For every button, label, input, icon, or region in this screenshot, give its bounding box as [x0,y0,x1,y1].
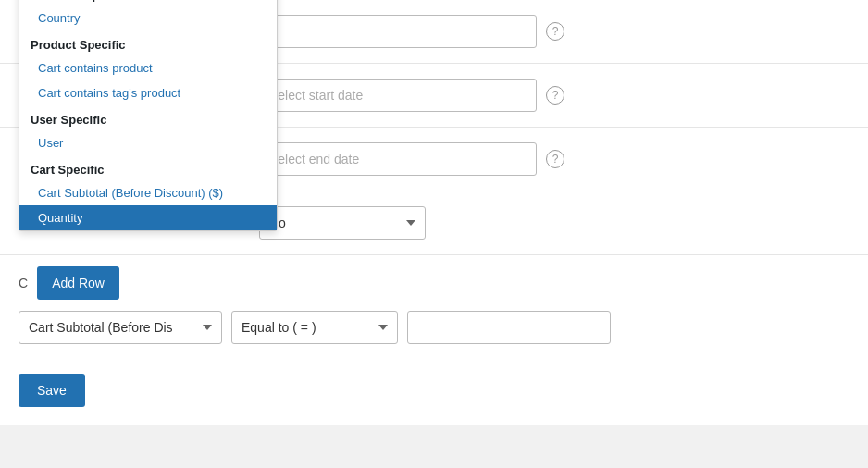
dropdown-item-cart-contains-product[interactable]: Cart contains product [19,55,277,80]
condition-value-input[interactable] [407,311,611,344]
fees-input-wrapper: $ [259,15,537,48]
recurring-control-wrapper: No Yes [259,206,849,240]
fees-control-wrapper: $ ? [259,15,849,48]
dropdown-item-user[interactable]: User [19,130,277,155]
condition-type-dropdown: Location Specific Country Product Specif… [19,0,278,231]
save-area: Save [0,355,868,425]
start-date-help-icon[interactable]: ? [546,86,564,105]
end-date-section: ? Location Specific Country Product Spec… [0,128,868,191]
end-date-control-wrapper: ? [259,142,849,176]
start-date-control-wrapper: ? [259,79,849,112]
fees-help-icon[interactable]: ? [546,22,564,41]
add-row-area: C Add Row [19,266,849,300]
page-wrapper: Fees * $ ? Start Date ? [0,0,868,425]
dropdown-item-quantity[interactable]: Quantity [19,205,277,230]
dropdown-item-cart-subtotal[interactable]: Cart Subtotal (Before Discount) ($) [19,180,277,205]
conditions-prefix-label: C [19,276,28,290]
condition-selects-row: Cart Subtotal (Before Dis Quantity Count… [19,311,849,344]
end-date-input[interactable] [259,142,537,176]
recurring-select[interactable]: No Yes [259,206,426,240]
group-cart-specific: Cart Specific [19,155,277,180]
start-date-input[interactable] [259,79,537,112]
save-button[interactable]: Save [19,374,85,407]
condition-operator-select[interactable]: Equal to ( = ) Not equal to ( != ) Great… [231,311,398,344]
group-product-specific: Product Specific [19,31,277,55]
dropdown-item-cart-contains-tag-product[interactable]: Cart contains tag's product [19,80,277,105]
dropdown-item-country[interactable]: Country [19,6,277,31]
end-date-help-icon[interactable]: ? [546,150,564,168]
fees-input[interactable] [259,15,537,48]
add-row-button[interactable]: Add Row [37,266,119,300]
group-user-specific: User Specific [19,105,277,130]
condition-type-select[interactable]: Cart Subtotal (Before Dis Quantity Count… [19,311,222,344]
conditions-container: C Add Row Cart Subtotal (Before Dis Quan… [0,255,868,355]
